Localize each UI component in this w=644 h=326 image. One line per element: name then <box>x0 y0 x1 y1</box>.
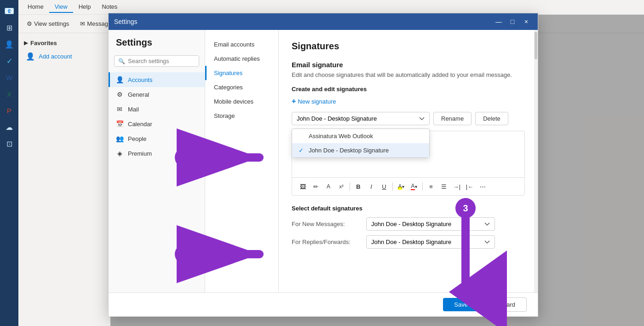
app-sidebar: 📧 ⊞ 👤 ✓ W X P ☁ ⊡ <box>0 0 18 326</box>
content-scrollbar[interactable] <box>534 30 538 292</box>
dialog-titlebar: Settings — □ × <box>109 13 538 30</box>
person-icon: 👤 <box>116 76 123 83</box>
divider3 <box>422 182 423 191</box>
annotation-arrow-3 <box>456 218 475 301</box>
for-replies-label: For Replies/Forwards: <box>292 239 361 245</box>
font-color-button[interactable]: A ▾ <box>408 180 420 192</box>
dropdown-item-web-outlook[interactable]: Assinatura Web Outlook <box>292 129 429 143</box>
sidebar-item-general[interactable]: ⚙ General <box>109 87 205 102</box>
sidebar-icon-excel[interactable]: X <box>2 87 17 101</box>
font-size-button[interactable]: A <box>322 180 334 192</box>
italic-button[interactable]: I <box>365 180 377 192</box>
mid-nav-storage[interactable]: Storage <box>205 109 278 123</box>
discard-button[interactable]: Discard <box>483 297 527 312</box>
message-icon: ✉ <box>80 20 85 27</box>
sidebar-icon-word[interactable]: W <box>2 70 17 85</box>
for-new-messages-row: For New Messages: John Doe - Desktop Sig… <box>292 217 525 231</box>
sidebar-icon-person[interactable]: 👤 <box>2 37 17 52</box>
gear-icon: ⚙ <box>116 91 123 98</box>
gear-icon: ⚙ <box>27 20 32 27</box>
close-button[interactable]: × <box>520 16 532 28</box>
superscript-button[interactable]: x² <box>335 180 347 192</box>
list-button[interactable]: ☰ <box>438 180 450 192</box>
settings-search-box[interactable]: 🔍 <box>114 55 199 67</box>
search-icon: 🔍 <box>118 58 125 64</box>
highlight-button[interactable]: A ▾ <box>395 180 407 192</box>
sidebar-icon-cloud[interactable]: ☁ <box>2 120 17 134</box>
divider <box>350 182 350 191</box>
premium-icon: ◈ <box>116 150 123 157</box>
dropdown-item-desktop[interactable]: ✓ John Doe - Desktop Signature <box>292 143 429 157</box>
signature-dropdown-popup: Assinatura Web Outlook ✓ John Doe - Desk… <box>292 128 430 158</box>
add-account-button[interactable]: 👤 Add account <box>18 49 110 64</box>
scrollbar-thumb[interactable] <box>535 32 537 59</box>
signature-dropdown[interactable]: John Doe - Desktop Signature <box>292 112 430 125</box>
mid-nav-mobile-devices[interactable]: Mobile devices <box>205 94 278 109</box>
selected-check-icon: ✓ <box>299 147 305 154</box>
more-button[interactable]: ⋯ <box>477 180 489 192</box>
toolbar-view-settings[interactable]: ⚙ View settings <box>22 18 74 29</box>
mail-icon: ✉ <box>116 105 123 113</box>
check-icon <box>299 133 305 140</box>
annotation-2: 2 <box>175 244 269 264</box>
replies-select[interactable]: John Doe - Desktop Signature <box>366 235 495 249</box>
mid-nav-categories[interactable]: Categories <box>205 80 278 94</box>
plus-icon: + <box>292 97 296 105</box>
mid-nav-email-accounts[interactable]: Email accounts <box>205 37 278 52</box>
outdent-button[interactable]: |← <box>464 180 476 192</box>
sidebar-icon-grid[interactable]: ⊞ <box>2 20 17 35</box>
insert-image-button[interactable]: 🖼 <box>297 180 309 192</box>
email-signature-desc: Edit and choose signatures that will be … <box>292 71 525 78</box>
create-edit-label: Create and edit signatures <box>292 86 525 93</box>
signature-selector-row: John Doe - Desktop Signature Rename Dele… <box>292 112 525 125</box>
bold-button[interactable]: B <box>352 180 364 192</box>
maximize-button[interactable]: □ <box>506 16 518 28</box>
menu-notes[interactable]: Notes <box>96 1 123 13</box>
search-input[interactable] <box>128 58 195 64</box>
sidebar-icon-check[interactable]: ✓ <box>2 53 17 68</box>
delete-button[interactable]: Delete <box>475 112 508 125</box>
chevron-right-icon: ▶ <box>24 40 28 46</box>
main-window: Home View Help Notes ⚙ View settings ✉ M… <box>18 0 644 326</box>
for-new-messages-label: For New Messages: <box>292 221 361 227</box>
sidebar-item-accounts[interactable]: 👤 Accounts <box>109 72 205 87</box>
rename-button[interactable]: Rename <box>433 112 472 125</box>
add-icon: 👤 <box>26 52 35 61</box>
underline-button[interactable]: U <box>378 180 390 192</box>
settings-content: Signatures Email signature Edit and choo… <box>279 30 538 292</box>
editor-toolbar: 🖼 ✏ A x² B I U A ▾ A <box>292 177 524 195</box>
minimize-button[interactable]: — <box>493 16 505 28</box>
dialog-controls: — □ × <box>493 16 532 28</box>
divider2 <box>392 182 393 191</box>
calendar-icon: 📅 <box>116 120 123 128</box>
left-nav: ▶ Favorites 👤 Add account <box>18 33 110 326</box>
default-signatures-section: Select default signatures For New Messag… <box>292 205 525 249</box>
annotation-arrow-1 <box>195 148 269 167</box>
annotation-arrow-2 <box>195 245 269 263</box>
sidebar-icon-powerpoint[interactable]: P <box>2 103 17 118</box>
mid-nav-automatic-replies[interactable]: Automatic replies <box>205 52 278 66</box>
sidebar-icon-outlook[interactable]: 📧 <box>2 4 17 18</box>
sidebar-icon-widgets[interactable]: ⊡ <box>2 136 17 151</box>
mid-nav-signatures[interactable]: Signatures <box>205 66 278 80</box>
new-messages-select[interactable]: John Doe - Desktop Signature <box>366 217 495 231</box>
people-icon: 👥 <box>116 135 123 142</box>
page-title: Signatures <box>292 41 525 52</box>
sidebar-item-people[interactable]: 👥 People <box>109 131 205 146</box>
menu-home[interactable]: Home <box>22 1 49 13</box>
eraser-button[interactable]: ✏ <box>310 180 322 192</box>
settings-sidebar-title: Settings <box>109 37 205 55</box>
email-signature-title: Email signature <box>292 61 525 69</box>
for-replies-row: For Replies/Forwards: John Doe - Desktop… <box>292 235 525 249</box>
sidebar-item-mail[interactable]: ✉ Mail <box>109 102 205 116</box>
menu-help[interactable]: Help <box>73 1 97 13</box>
sidebar-item-calendar[interactable]: 📅 Calendar <box>109 116 205 131</box>
default-sigs-title: Select default signatures <box>292 205 525 212</box>
align-left-button[interactable]: ≡ <box>425 180 437 192</box>
favorites-header[interactable]: ▶ Favorites <box>18 37 110 49</box>
new-signature-button[interactable]: + New signature <box>292 97 525 105</box>
indent-button[interactable]: →| <box>451 180 463 192</box>
annotation-1: 1 <box>175 147 269 168</box>
annotation-3: 3 <box>455 198 476 218</box>
menu-view[interactable]: View <box>49 1 73 13</box>
